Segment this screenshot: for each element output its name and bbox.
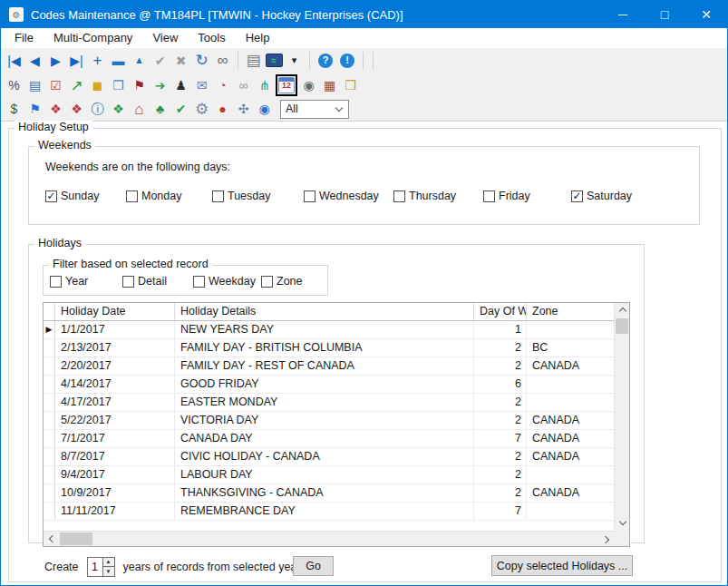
delete-record-icon[interactable]: ▬ <box>110 52 128 70</box>
copy-selected-holidays-button[interactable]: Copy selected Holidays ... <box>491 555 633 576</box>
filter-checkbox-detail[interactable]: Detail <box>122 275 167 288</box>
table-row[interactable]: 9/4/2017 LABOUR DAY 2 <box>44 466 614 484</box>
gauge-icon[interactable]: ◔ <box>214 76 232 94</box>
table-row[interactable]: 7/1/2017 CANADA DAY 7 CANADA <box>44 430 614 448</box>
table-row[interactable]: 2/13/2017 FAMILY DAY - BRITISH COLUMBIA … <box>44 339 614 357</box>
vertical-scroll-thumb[interactable] <box>616 318 628 334</box>
camera-icon[interactable]: ◉ <box>300 76 318 94</box>
table-row[interactable]: 2/20/2017 FAMILY DAY - REST OF CANADA 2 … <box>44 357 614 376</box>
table-row[interactable]: 5/22/2017 VICTORIA DAY 2 CANADA <box>44 412 614 430</box>
weekend-checkbox-saturday[interactable]: Saturday <box>571 190 632 202</box>
invoice-icon[interactable]: $ <box>5 100 24 118</box>
weekend-checkbox-sunday[interactable]: Sunday <box>45 190 99 202</box>
menu-view[interactable]: View <box>142 28 188 48</box>
print-icon[interactable]: ▤ <box>245 52 263 70</box>
horizontal-scroll-thumb[interactable] <box>60 532 92 545</box>
copy-records-icon[interactable]: ❐ <box>110 76 128 94</box>
network-red-alt-icon[interactable]: ❖ <box>68 100 86 118</box>
maximize-button[interactable]: □ <box>644 1 685 28</box>
help-icon[interactable]: ? <box>318 54 333 68</box>
scroll-right-button[interactable] <box>598 532 614 547</box>
about-icon[interactable]: ! <box>340 54 354 68</box>
flag-maroon-icon[interactable]: ⚑ <box>131 76 149 94</box>
calendar-icon[interactable]: 12 <box>278 77 295 93</box>
preview-dropdown-icon[interactable]: ▾ <box>286 52 304 70</box>
supplies-icon[interactable]: ❒ <box>342 76 360 94</box>
spinner-down-button[interactable]: ▼ <box>103 566 114 576</box>
cancel-changes-icon[interactable]: ✖ <box>172 52 190 70</box>
info-document-icon[interactable]: ⓘ <box>89 100 107 118</box>
agent-icon[interactable]: ♟ <box>172 76 190 94</box>
report-list-icon[interactable]: ▤ <box>26 76 44 94</box>
chart-icon[interactable]: ↗ <box>68 76 86 94</box>
row-selector-cell <box>44 448 55 465</box>
next-record-icon[interactable]: ▶ <box>47 52 65 70</box>
table-row[interactable]: 11/11/2017 REMEMBRANCE DAY 7 <box>44 503 614 521</box>
column-header-holiday-details[interactable]: Holiday Details <box>175 303 474 320</box>
close-button[interactable]: ✕ <box>685 1 727 28</box>
scroll-up-button[interactable] <box>615 303 630 318</box>
settings-gears-icon[interactable]: ⚙ <box>193 100 211 118</box>
table-row[interactable]: ▶ 1/1/2017 NEW YEARS DAY 1 <box>44 321 614 339</box>
accept-changes-icon[interactable]: ✔ <box>151 52 170 70</box>
import-icon[interactable]: ➔ <box>151 76 170 94</box>
column-header-holiday-date[interactable]: Holiday Date <box>55 303 175 320</box>
flag-blue-icon[interactable]: ⚑ <box>26 100 44 118</box>
filter-checkbox-weekday[interactable]: Weekday <box>193 275 256 288</box>
filter-dropdown[interactable]: All <box>280 100 349 119</box>
table-row[interactable]: 8/7/2017 CIVIC HOLIDAY - CANADA 2 CANADA <box>44 448 614 466</box>
checklist-icon[interactable]: ☑ <box>47 76 65 94</box>
spinner-up-button[interactable]: ▲ <box>103 558 114 567</box>
add-record-icon[interactable]: + <box>89 52 107 70</box>
scroll-left-button[interactable] <box>44 532 59 547</box>
map-pieces-icon[interactable]: ❖ <box>110 100 128 118</box>
table-row[interactable]: 4/17/2017 EASTER MONDAY 2 <box>44 394 614 412</box>
minimize-button[interactable]: ─ <box>602 1 644 28</box>
table-row[interactable]: 4/14/2017 GOOD FRIDAY 6 <box>44 376 614 394</box>
approve-icon[interactable]: ✔ <box>172 100 190 118</box>
first-record-icon[interactable]: |◀ <box>5 52 24 70</box>
scroll-down-button[interactable] <box>615 515 630 531</box>
years-spinner[interactable]: 1 ▲ ▼ <box>87 557 115 577</box>
modify-record-icon[interactable]: ▲ <box>131 52 149 70</box>
menu-multi-company[interactable]: Multi-Company <box>44 28 142 48</box>
weekend-checkbox-friday[interactable]: Friday <box>483 190 530 202</box>
go-button[interactable]: Go <box>293 556 334 576</box>
mail-icon[interactable]: ✉ <box>193 76 211 94</box>
horizontal-scrollbar[interactable] <box>44 531 614 546</box>
cash-register-icon[interactable]: ▦ <box>321 76 339 94</box>
weekend-checkbox-tuesday[interactable]: Tuesday <box>212 190 270 202</box>
link-icon[interactable]: ∞ <box>235 76 253 94</box>
home-icon[interactable]: ⌂ <box>131 100 149 118</box>
checkbox <box>483 190 495 202</box>
column-header-zone[interactable]: Zone <box>527 303 614 320</box>
filter-checkbox-zone[interactable]: Zone <box>261 275 303 288</box>
package-icon[interactable]: ◼ <box>89 76 107 94</box>
calendar-highlight-frame[interactable]: 12 <box>276 74 297 96</box>
network-red-icon[interactable]: ❖ <box>47 100 65 118</box>
column-header-day-of-week[interactable]: Day Of Week <box>474 303 527 320</box>
palm-tree-icon[interactable]: ♣ <box>151 100 170 118</box>
org-chart-icon[interactable]: ⋔ <box>256 76 274 94</box>
weekend-checkbox-wednesday[interactable]: Wednesday <box>304 190 379 202</box>
globe-icon[interactable]: ◉ <box>256 100 274 118</box>
vertical-scrollbar[interactable] <box>614 303 629 531</box>
filter-checkbox-year[interactable]: Year <box>50 275 88 288</box>
percent-icon[interactable]: % <box>5 76 24 94</box>
weekend-checkbox-thursday[interactable]: Thursday <box>393 190 456 202</box>
menu-file[interactable]: File <box>5 28 44 48</box>
toolbar-separator <box>363 52 364 69</box>
screen-preview-icon[interactable]: ≈ <box>266 54 283 67</box>
menu-help[interactable]: Help <box>236 28 280 48</box>
refresh-icon[interactable]: ↻ <box>193 52 211 70</box>
weekend-checkbox-monday[interactable]: Monday <box>126 190 181 202</box>
previous-record-icon[interactable]: ◀ <box>26 52 44 70</box>
find-binoculars-icon[interactable]: ∞ <box>214 52 232 70</box>
last-record-icon[interactable]: ▶| <box>68 52 86 70</box>
car-icon[interactable]: ● <box>214 100 232 118</box>
table-row[interactable]: 10/9/2017 THANKSGIVING - CANADA 2 CANADA <box>44 484 614 503</box>
menu-tools[interactable]: Tools <box>188 28 235 48</box>
pinwheel-icon[interactable]: ✣ <box>235 100 253 118</box>
menubar: File Multi-Company View Tools Help <box>1 28 727 48</box>
years-value[interactable]: 1 <box>87 557 102 577</box>
